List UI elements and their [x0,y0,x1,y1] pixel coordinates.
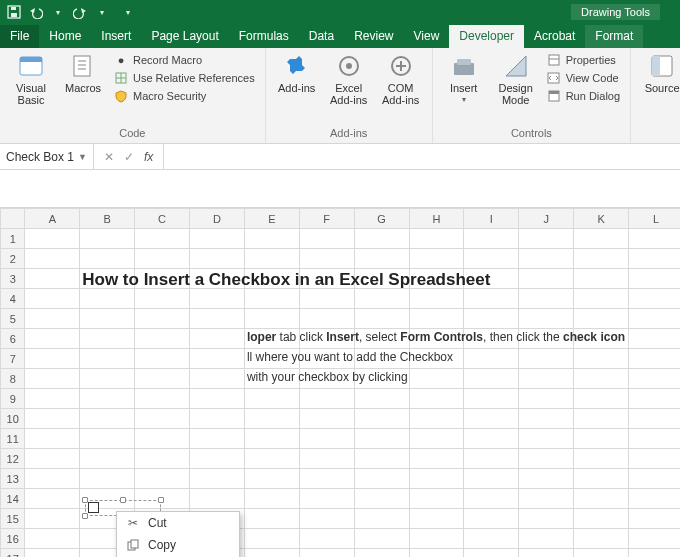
cell[interactable] [629,369,680,389]
cell[interactable] [574,449,629,469]
cell[interactable] [354,309,409,329]
qat-customize-icon[interactable]: ▾ [120,4,136,20]
cell[interactable]: How to Insert a Checkbox in an Excel Spr… [80,269,135,289]
row-header[interactable]: 13 [1,469,25,489]
cell[interactable] [80,329,135,349]
cell[interactable] [464,289,519,309]
cell[interactable] [244,269,299,289]
column-header[interactable]: B [80,209,135,229]
cell[interactable] [574,309,629,329]
column-header[interactable]: F [299,209,354,229]
cell[interactable] [629,489,680,509]
row-header[interactable]: 17 [1,549,25,558]
cell[interactable] [409,429,464,449]
cell[interactable] [519,309,574,329]
row-header[interactable]: 12 [1,449,25,469]
cell[interactable] [80,429,135,449]
cell[interactable] [574,509,629,529]
excel-addins-button[interactable]: Excel Add-ins [326,52,372,125]
tab-data[interactable]: Data [299,25,344,48]
run-dialog-button[interactable]: Run Dialog [545,88,622,104]
cell[interactable] [135,229,190,249]
cell[interactable] [464,309,519,329]
cell[interactable] [190,409,245,429]
cell[interactable] [409,389,464,409]
cell[interactable] [409,549,464,558]
cell[interactable] [629,429,680,449]
cell[interactable] [354,529,409,549]
cell[interactable]: with your checkbox by clicking [244,369,299,389]
properties-button[interactable]: Properties [545,52,622,68]
cell[interactable] [574,409,629,429]
tab-home[interactable]: Home [39,25,91,48]
cell[interactable] [299,229,354,249]
cell[interactable] [299,309,354,329]
cell[interactable] [190,249,245,269]
cell[interactable] [25,329,80,349]
cell[interactable] [354,409,409,429]
cell[interactable] [409,249,464,269]
cell[interactable] [519,369,574,389]
cell[interactable] [464,409,519,429]
column-header[interactable]: L [629,209,680,229]
cell[interactable] [519,349,574,369]
macro-security-button[interactable]: Macro Security [112,88,257,104]
cell[interactable] [190,429,245,449]
row-header[interactable]: 16 [1,529,25,549]
cell[interactable] [299,249,354,269]
cell[interactable] [299,389,354,409]
cell[interactable] [354,229,409,249]
cell[interactable] [244,429,299,449]
cell[interactable] [135,429,190,449]
cell[interactable] [409,409,464,429]
cell[interactable] [354,389,409,409]
cell[interactable] [244,549,299,558]
cell[interactable] [519,229,574,249]
row-header[interactable]: 15 [1,509,25,529]
cell[interactable] [135,249,190,269]
row-header[interactable]: 2 [1,249,25,269]
row-header[interactable]: 6 [1,329,25,349]
cell[interactable] [519,489,574,509]
cell[interactable] [80,349,135,369]
cell[interactable] [574,249,629,269]
cell[interactable] [574,549,629,558]
row-header[interactable]: 11 [1,429,25,449]
cell[interactable] [80,409,135,429]
tab-formulas[interactable]: Formulas [229,25,299,48]
cell[interactable] [629,509,680,529]
cell[interactable] [244,529,299,549]
row-header[interactable]: 3 [1,269,25,289]
cell[interactable] [354,509,409,529]
cell[interactable] [464,549,519,558]
cell[interactable] [244,489,299,509]
cell[interactable] [519,449,574,469]
cell[interactable] [25,509,80,529]
cell[interactable]: ll where you want to add the Checkbox [244,349,299,369]
cell[interactable] [574,469,629,489]
cell[interactable] [519,329,574,349]
cell[interactable] [629,529,680,549]
cell[interactable] [80,369,135,389]
cell[interactable] [244,249,299,269]
cell[interactable] [299,529,354,549]
cell[interactable] [190,289,245,309]
cell[interactable] [244,409,299,429]
cell[interactable] [574,529,629,549]
cell[interactable] [135,289,190,309]
column-header[interactable]: G [354,209,409,229]
cell[interactable] [80,309,135,329]
column-header[interactable]: D [190,209,245,229]
macros-button[interactable]: Macros [60,52,106,125]
cell[interactable] [135,329,190,349]
cell[interactable] [25,249,80,269]
cell[interactable] [25,469,80,489]
cell[interactable] [519,529,574,549]
cell[interactable] [135,389,190,409]
row-header[interactable]: 14 [1,489,25,509]
cell[interactable] [25,529,80,549]
view-code-button[interactable]: View Code [545,70,622,86]
cell[interactable] [574,269,629,289]
visual-basic-button[interactable]: Visual Basic [8,52,54,125]
cell[interactable] [519,429,574,449]
